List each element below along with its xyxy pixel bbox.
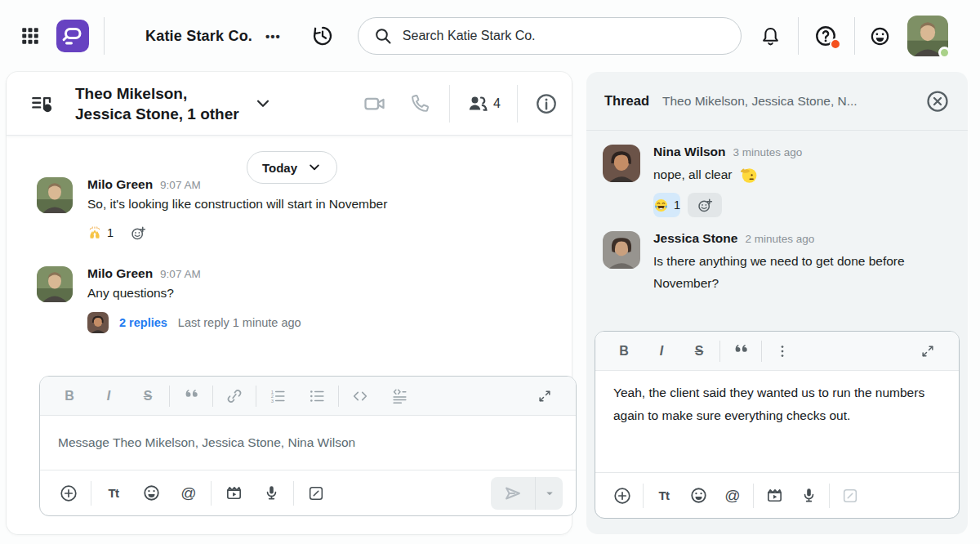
send-icon [913, 486, 933, 506]
message-input[interactable] [58, 435, 558, 450]
avatar-photo [603, 231, 640, 269]
member-count: 4 [493, 96, 501, 111]
notifications-bell-icon[interactable] [760, 25, 782, 47]
italic-button[interactable]: I [89, 377, 128, 416]
bold-button[interactable]: B [605, 332, 643, 371]
app-logo[interactable] [56, 20, 89, 52]
reply-avatar [87, 312, 109, 333]
thread-header: Thread Theo Mikelson, Jessica Stone, N..… [586, 72, 968, 131]
help-notification-dot [830, 38, 841, 50]
message-queue-icon[interactable] [29, 91, 54, 116]
toolbar-divider [719, 341, 720, 362]
search-bar[interactable] [358, 17, 742, 55]
saluting-face-emoji-icon [739, 165, 759, 185]
thread-replies-link[interactable]: 2 replies Last reply 1 minute ago [87, 312, 301, 333]
app-launcher-icon[interactable] [20, 25, 41, 47]
whiteboard-icon[interactable] [833, 477, 867, 515]
send-button[interactable] [900, 481, 946, 511]
avatar[interactable] [37, 177, 73, 213]
italic-button[interactable]: I [643, 332, 680, 371]
status-emoji-icon[interactable] [869, 25, 891, 47]
emoji-picker-icon[interactable] [132, 475, 170, 512]
message-author[interactable]: Milo Green [87, 266, 153, 281]
expand-composer-icon[interactable] [911, 335, 944, 368]
avatar[interactable] [37, 266, 73, 302]
chat-bubble-logo-icon [56, 20, 89, 52]
message-author[interactable]: Nina Wilson [653, 145, 726, 159]
toolbar-divider [212, 386, 213, 407]
chat-header: Theo Mikelson, Jessica Stone, 1 other 4 [7, 72, 572, 136]
thread-message-input[interactable]: Yeah, the client said they wanted us to … [595, 371, 959, 472]
add-reaction-icon[interactable] [688, 193, 722, 217]
avatar[interactable] [603, 145, 640, 182]
strikethrough-button[interactable]: S [680, 332, 718, 371]
user-avatar[interactable] [907, 16, 948, 56]
info-icon[interactable] [534, 91, 559, 116]
header-divider [517, 85, 518, 123]
video-call-icon[interactable] [363, 91, 387, 116]
header-divider [449, 85, 450, 123]
expand-composer-icon[interactable] [528, 380, 561, 412]
composer-action-bar: Tt @ [595, 472, 959, 518]
voice-message-icon[interactable] [791, 477, 826, 515]
help-icon[interactable] [813, 24, 838, 48]
code-block-icon[interactable] [380, 377, 419, 416]
text-format-button[interactable]: Tt [647, 477, 681, 515]
send-icon[interactable] [491, 477, 535, 510]
reaction-count: 1 [674, 198, 680, 212]
replies-count-link[interactable]: 2 replies [119, 316, 167, 329]
date-divider-dropdown[interactable]: Today [247, 151, 337, 184]
more-formatting-kebab-icon[interactable] [764, 332, 801, 371]
toolbar-divider [753, 484, 754, 508]
emoji-picker-icon[interactable] [681, 477, 715, 515]
bullet-list-icon[interactable] [297, 377, 336, 416]
org-overflow-menu[interactable]: ••• [265, 29, 281, 43]
formatting-toolbar: B I S [595, 332, 959, 371]
raised-hands-emoji-icon [87, 225, 102, 240]
send-button-group [491, 477, 563, 510]
history-icon[interactable] [310, 24, 335, 48]
whiteboard-icon[interactable] [297, 475, 335, 512]
quote-icon[interactable] [172, 377, 211, 416]
message-author[interactable]: Milo Green [87, 177, 153, 192]
attach-plus-icon[interactable] [605, 477, 639, 515]
video-message-icon[interactable] [757, 477, 791, 515]
toolbar-divider [643, 484, 644, 508]
toolbar-divider [91, 481, 91, 506]
message-text: Any questions? [87, 286, 301, 301]
link-icon[interactable] [215, 377, 254, 416]
send-options-caret-icon[interactable] [535, 477, 563, 510]
people-icon [466, 92, 489, 115]
message-author[interactable]: Jessica Stone [653, 231, 737, 246]
message-timestamp: 9:07 AM [160, 179, 201, 191]
video-message-icon[interactable] [215, 475, 252, 512]
chat-panel: Theo Mikelson, Jessica Stone, 1 other 4 … [7, 72, 572, 534]
avatar[interactable] [603, 231, 640, 269]
composer-input-area [40, 416, 576, 470]
phone-call-icon[interactable] [408, 91, 433, 116]
search-input[interactable] [403, 29, 726, 43]
thread-message-row: Jessica Stone 2 minutes ago Is there any… [586, 231, 968, 294]
conversation-title[interactable]: Theo Mikelson, Jessica Stone, 1 other [75, 83, 239, 124]
inline-code-icon[interactable] [341, 377, 380, 416]
members-button[interactable]: 4 [466, 92, 501, 115]
last-reply-time: Last reply 1 minute ago [178, 316, 301, 329]
mention-button[interactable]: @ [715, 477, 750, 515]
add-reaction-icon[interactable] [121, 221, 155, 245]
org-name[interactable]: Katie Stark Co. [145, 28, 252, 45]
close-thread-icon[interactable] [925, 89, 950, 114]
topbar-divider [854, 17, 855, 55]
strikethrough-button[interactable]: S [128, 377, 167, 416]
voice-message-icon[interactable] [252, 475, 290, 512]
reaction-pill-raised-hands[interactable]: 1 [87, 221, 114, 245]
conversation-chevron-down-icon[interactable] [254, 95, 272, 113]
formatting-toolbar: B I S [40, 377, 576, 416]
text-format-button[interactable]: Tt [95, 475, 132, 512]
ordered-list-icon[interactable] [258, 377, 297, 416]
quote-icon[interactable] [722, 332, 760, 371]
mention-button[interactable]: @ [170, 475, 207, 512]
reaction-pill-joy[interactable]: 1 [653, 193, 680, 217]
attach-plus-icon[interactable] [50, 475, 87, 512]
topbar-divider [798, 17, 799, 55]
bold-button[interactable]: B [50, 377, 89, 416]
